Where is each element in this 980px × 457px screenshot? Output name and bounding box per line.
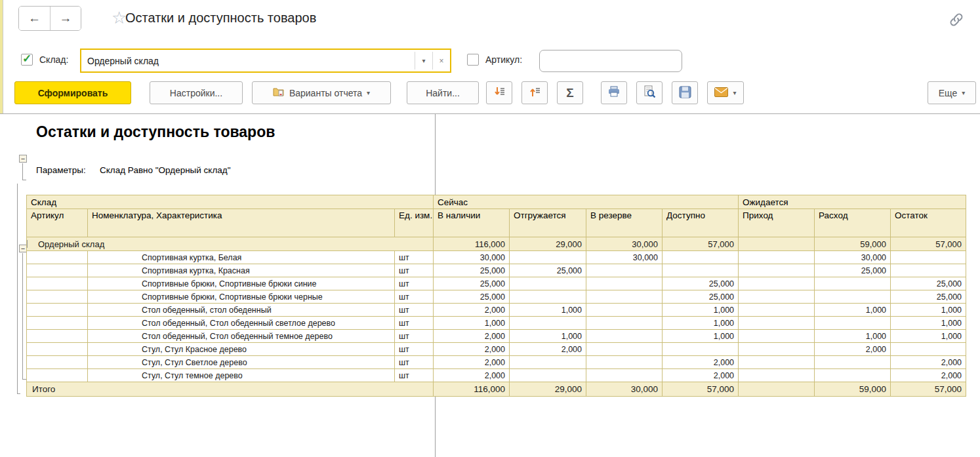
cell-value[interactable]: 2,000 <box>434 356 510 369</box>
cell-value[interactable]: 2,000 <box>434 330 510 343</box>
cell-unit[interactable]: шт <box>395 290 434 304</box>
print-button[interactable] <box>601 81 627 104</box>
cell-value[interactable]: 1,000 <box>663 304 739 317</box>
article-input[interactable] <box>539 50 682 72</box>
col-header-expense[interactable]: Расход <box>815 209 891 237</box>
save-button[interactable] <box>672 81 698 104</box>
cell-unit[interactable]: шт <box>395 330 434 343</box>
cell-unit[interactable]: шт <box>395 356 434 369</box>
col-header-reserve[interactable]: В резерве <box>586 209 663 237</box>
cell-artikul[interactable] <box>27 264 88 277</box>
cell-value[interactable]: 57,000 <box>663 237 739 251</box>
settings-button[interactable]: Настройки... <box>150 81 243 104</box>
col-header-shipping[interactable]: Отгружается <box>510 209 586 237</box>
cell-artikul[interactable] <box>27 290 88 304</box>
group-header-sklad[interactable]: Склад <box>27 195 434 209</box>
cell-value[interactable] <box>739 382 815 397</box>
col-header-onhand[interactable]: В наличии <box>434 209 510 237</box>
col-header-unit[interactable]: Ед. изм. <box>395 209 434 237</box>
cell-value[interactable] <box>663 264 739 277</box>
cell-unit[interactable]: шт <box>395 251 434 264</box>
group-header-expected[interactable]: Ожидается <box>739 195 966 209</box>
cell-value[interactable] <box>739 251 815 264</box>
cell-value[interactable]: 116,000 <box>434 382 510 397</box>
cell-value[interactable] <box>739 277 815 290</box>
cell-nomenclature[interactable]: Стол обеденный, стол обеденный <box>88 304 395 317</box>
cell-artikul[interactable] <box>27 277 88 290</box>
cell-value[interactable] <box>739 356 815 369</box>
expand-groups-button[interactable] <box>521 81 548 104</box>
cell-artikul[interactable] <box>27 356 88 369</box>
cell-nomenclature[interactable]: Стол обеденный, Стол обеденный светлое д… <box>88 317 395 330</box>
cell-value[interactable]: 29,000 <box>510 382 586 397</box>
cell-value[interactable] <box>815 356 891 369</box>
cell-value[interactable]: 2,000 <box>434 304 510 317</box>
cell-unit[interactable]: шт <box>395 277 434 290</box>
cell-value[interactable]: 2,000 <box>434 343 510 356</box>
cell-value[interactable]: 1,000 <box>891 317 966 330</box>
cell-nomenclature[interactable]: Спортивные брюки, Спортивные брюки черны… <box>88 290 395 304</box>
group-header-now[interactable]: Сейчас <box>434 195 739 209</box>
total-label[interactable]: Итого <box>27 382 434 397</box>
cell-value[interactable]: 25,000 <box>815 264 891 277</box>
cell-value[interactable]: 116,000 <box>434 237 510 251</box>
cell-nomenclature[interactable]: Спортивная куртка, Красная <box>88 264 395 277</box>
back-button[interactable]: ← <box>19 7 50 30</box>
cell-value[interactable] <box>815 277 891 290</box>
cell-value[interactable] <box>510 356 586 369</box>
cell-value[interactable]: 1,000 <box>510 330 586 343</box>
cell-nomenclature[interactable]: Стол обеденный, Стол обеденный темное де… <box>88 330 395 343</box>
collapse-groups-button[interactable] <box>486 81 512 104</box>
cell-value[interactable] <box>739 264 815 277</box>
cell-value[interactable]: 29,000 <box>510 237 586 251</box>
cell-value[interactable]: 59,000 <box>815 237 891 251</box>
cell-value[interactable]: 2,000 <box>663 356 739 369</box>
cell-value[interactable]: 57,000 <box>891 237 966 251</box>
col-header-nomenklatura[interactable]: Номенклатура, Характеристика <box>88 209 395 237</box>
warehouse-dropdown-button[interactable]: ▾ <box>415 52 432 70</box>
cell-value[interactable] <box>586 264 663 277</box>
col-header-balance[interactable]: Остаток <box>891 209 966 237</box>
cell-unit[interactable]: шт <box>395 317 434 330</box>
get-link-icon[interactable] <box>949 12 964 30</box>
cell-value[interactable]: 30,000 <box>586 382 663 397</box>
cell-value[interactable] <box>510 251 586 264</box>
cell-value[interactable] <box>739 369 815 382</box>
cell-value[interactable] <box>739 317 815 330</box>
cell-nomenclature[interactable]: Спортивная куртка, Белая <box>88 251 395 264</box>
cell-unit[interactable]: шт <box>395 304 434 317</box>
cell-value[interactable]: 25,000 <box>434 290 510 304</box>
cell-value[interactable] <box>739 290 815 304</box>
cell-artikul[interactable] <box>27 330 88 343</box>
cell-nomenclature[interactable]: Стул, Стул Светлое дерево <box>88 356 395 369</box>
cell-artikul[interactable] <box>27 304 88 317</box>
cell-value[interactable]: 25,000 <box>663 290 739 304</box>
cell-value[interactable]: 25,000 <box>891 277 966 290</box>
report-variants-button[interactable]: Варианты отчета ▾ <box>252 81 391 104</box>
cell-artikul[interactable] <box>27 251 88 264</box>
cell-value[interactable]: 2,000 <box>891 369 966 382</box>
cell-value[interactable]: 2,000 <box>815 343 891 356</box>
cell-value[interactable] <box>663 343 739 356</box>
cell-artikul[interactable] <box>27 369 88 382</box>
cell-value[interactable]: 30,000 <box>586 251 663 264</box>
cell-value[interactable]: 57,000 <box>891 382 966 397</box>
col-header-artikul[interactable]: Артикул <box>27 209 88 237</box>
cell-value[interactable] <box>815 369 891 382</box>
warehouse-filter-checkbox[interactable]: ✓ <box>21 54 33 66</box>
cell-value[interactable] <box>891 343 966 356</box>
cell-value[interactable] <box>739 237 815 251</box>
cell-value[interactable] <box>586 290 663 304</box>
cell-value[interactable]: 59,000 <box>815 382 891 397</box>
cell-unit[interactable]: шт <box>395 343 434 356</box>
warehouse-clear-button[interactable]: × <box>432 52 450 70</box>
more-button[interactable]: Еще ▾ <box>928 81 976 104</box>
cell-value[interactable] <box>586 330 663 343</box>
group-row-label-cell[interactable]: − Ордерный склад <box>27 237 434 251</box>
cell-value[interactable]: 2,000 <box>510 343 586 356</box>
cell-value[interactable] <box>815 290 891 304</box>
cell-value[interactable] <box>739 330 815 343</box>
cell-value[interactable]: 1,000 <box>815 330 891 343</box>
cell-value[interactable]: 25,000 <box>510 264 586 277</box>
cell-value[interactable]: 57,000 <box>663 382 739 397</box>
